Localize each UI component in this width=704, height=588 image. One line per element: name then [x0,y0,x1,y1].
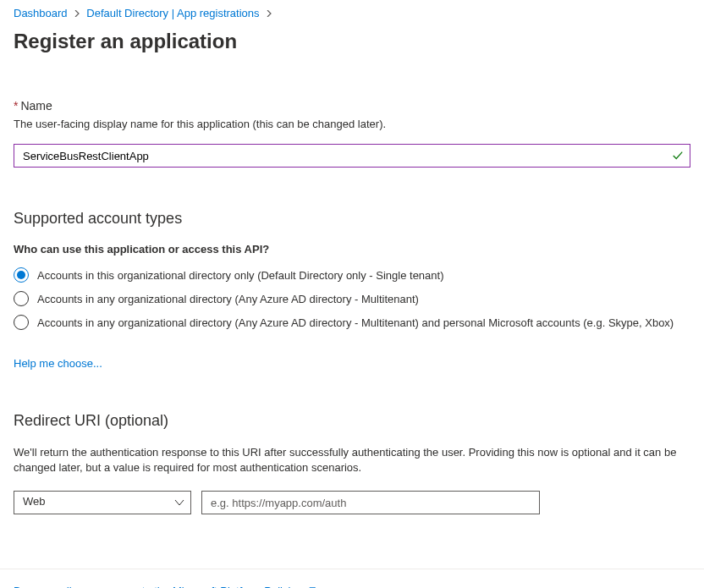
platform-select[interactable]: Web [14,491,191,514]
radio-option-multitenant-personal[interactable]: Accounts in any organizational directory… [14,315,690,330]
help-me-choose-link[interactable]: Help me choose... [14,357,102,370]
radio-icon [14,267,29,283]
chevron-right-icon [74,8,83,19]
redirect-uri-heading: Redirect URI (optional) [14,412,690,430]
breadcrumb: Dashboard Default Directory | App regist… [0,0,704,26]
required-indicator: * [14,99,18,113]
radio-option-multitenant[interactable]: Accounts in any organizational directory… [14,291,690,306]
radio-label: Accounts in any organizational directory… [37,316,674,329]
check-icon [672,150,684,162]
radio-icon [14,291,29,306]
radio-icon [14,315,29,330]
account-types-heading: Supported account types [14,210,690,228]
radio-label: Accounts in this organizational director… [37,269,444,282]
chevron-right-icon [266,8,272,19]
name-field-description: The user-facing display name for this ap… [14,118,690,130]
platform-policies-link[interactable]: By proceeding, you agree to the Microsof… [14,585,317,588]
redirect-uri-description: We'll return the authentication response… [14,445,690,475]
breadcrumb-app-registrations[interactable]: Default Directory | App registrations [86,7,259,19]
radio-option-single-tenant[interactable]: Accounts in this organizational director… [14,267,690,283]
name-input[interactable] [14,144,690,168]
account-types-question: Who can use this application or access t… [14,243,690,256]
breadcrumb-dashboard[interactable]: Dashboard [14,7,68,19]
name-field-label: *Name [14,99,690,113]
radio-label: Accounts in any organizational directory… [37,293,419,305]
page-title: Register an application [0,26,704,60]
redirect-uri-input[interactable] [201,491,540,514]
